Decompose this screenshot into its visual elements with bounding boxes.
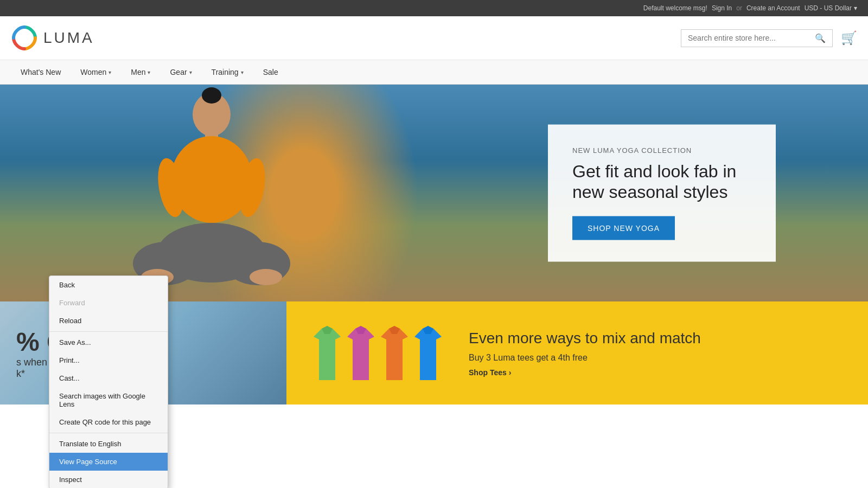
svg-marker-18	[381, 329, 408, 380]
tshirt-orange	[375, 326, 413, 380]
welcome-message: Default welcome msg!	[643, 4, 707, 12]
panel-right-copy: Even more ways to mix and match Buy 3 Lu…	[469, 329, 846, 377]
search-input[interactable]	[688, 34, 815, 42]
hero-subtitle: New Luma Yoga Collection	[572, 146, 751, 155]
signin-link[interactable]: Sign In	[712, 4, 732, 12]
nav-item-women[interactable]: Women ▾	[71, 60, 121, 84]
context-menu-item[interactable]: Cast...	[49, 369, 168, 387]
context-menu-item[interactable]: Save As...	[49, 333, 168, 351]
nav-chevron-men: ▾	[148, 69, 150, 75]
svg-point-13	[250, 269, 282, 285]
context-menu-item[interactable]: Back	[49, 276, 168, 294]
panel-right-title: Even more ways to mix and match	[469, 329, 846, 348]
currency-chevron-icon: ▾	[854, 4, 857, 12]
nav-label-sale: Sale	[263, 68, 278, 76]
context-menu-item[interactable]: Create QR code for this page	[49, 413, 168, 431]
search-box[interactable]: 🔍	[681, 29, 833, 47]
nav-label-gear: Gear	[170, 68, 187, 76]
svg-marker-16	[347, 329, 374, 380]
nav-item-sale[interactable]: Sale	[253, 60, 288, 84]
svg-point-4	[171, 136, 252, 223]
tshirt-display	[308, 326, 447, 380]
shop-tees-link[interactable]: Shop Tees ›	[469, 368, 511, 377]
svg-point-2	[202, 87, 221, 104]
tshirt-green	[308, 326, 346, 380]
context-menu-item[interactable]: Search images with Google Lens	[49, 387, 168, 413]
panel-right-body: Buy 3 Luma tees get a 4th free	[469, 353, 846, 363]
nav-item-training[interactable]: Training ▾	[202, 60, 253, 84]
shop-new-yoga-button[interactable]: Shop New Yoga	[572, 216, 675, 240]
nav-label-training: Training	[212, 68, 239, 76]
context-menu-item[interactable]: Print...	[49, 351, 168, 369]
main-nav: What's New Women ▾ Men ▾ Gear ▾ Training…	[0, 60, 868, 85]
nav-label-women: Women	[80, 68, 106, 76]
nav-chevron-training: ▾	[241, 69, 244, 75]
context-menu: BackForwardReloadSave As...Print...Cast.…	[49, 275, 168, 488]
panel-right: Even more ways to mix and match Buy 3 Lu…	[286, 301, 868, 404]
context-menu-separator	[49, 433, 168, 433]
tshirt-blue	[409, 326, 447, 380]
or-separator: or	[736, 4, 742, 12]
context-menu-item[interactable]: Inspect	[49, 471, 168, 488]
hero-section: New Luma Yoga Collection Get fit and loo…	[0, 85, 868, 301]
header: LUMA 🔍 🛒	[0, 16, 868, 60]
nav-chevron-gear: ▾	[189, 69, 192, 75]
tshirt-purple	[342, 326, 380, 380]
currency-label: USD - US Dollar	[805, 4, 852, 12]
context-menu-item[interactable]: Reload	[49, 312, 168, 330]
logo[interactable]: LUMA	[11, 24, 94, 52]
svg-marker-14	[314, 329, 341, 380]
context-menu-separator	[49, 331, 168, 332]
nav-item-whats-new[interactable]: What's New	[11, 60, 71, 84]
svg-marker-20	[414, 329, 442, 380]
logo-text: LUMA	[43, 29, 94, 47]
context-menu-item[interactable]: View Page Source	[49, 453, 168, 471]
create-account-link[interactable]: Create an Account	[746, 4, 800, 12]
logo-icon	[11, 24, 38, 52]
header-right: 🔍 🛒	[681, 29, 857, 47]
context-menu-item[interactable]: Translate to English	[49, 435, 168, 453]
hero-figure	[87, 85, 293, 301]
nav-item-men[interactable]: Men ▾	[121, 60, 160, 84]
top-bar: Default welcome msg! Sign In or Create a…	[0, 0, 868, 16]
nav-label-men: Men	[131, 68, 145, 76]
hero-card: New Luma Yoga Collection Get fit and loo…	[548, 125, 776, 262]
nav-chevron-women: ▾	[108, 69, 111, 75]
search-button[interactable]: 🔍	[815, 33, 826, 43]
nav-label-whats-new: What's New	[21, 68, 61, 76]
hero-title: Get fit and look fab in new seasonal sty…	[572, 161, 751, 203]
context-menu-item[interactable]: Forward	[49, 294, 168, 312]
nav-item-gear[interactable]: Gear ▾	[160, 60, 201, 84]
cart-icon[interactable]: 🛒	[841, 30, 857, 46]
currency-selector[interactable]: USD - US Dollar ▾	[805, 4, 857, 12]
